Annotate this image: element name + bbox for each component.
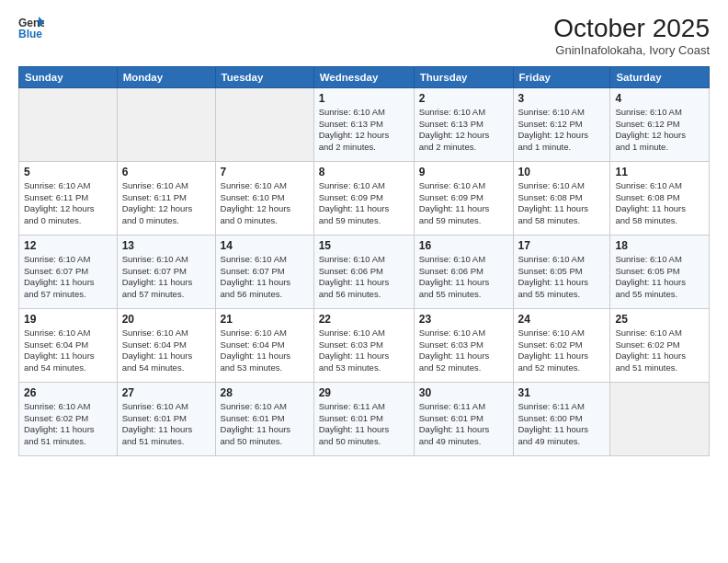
location-subtitle: GninInafolokaha, Ivory Coast <box>553 43 710 57</box>
calendar-cell: 1Sunrise: 6:10 AMSunset: 6:13 PMDaylight… <box>313 87 414 161</box>
day-number: 5 <box>24 166 112 178</box>
day-number: 27 <box>122 386 210 399</box>
day-number: 19 <box>24 313 112 326</box>
day-detail: Sunrise: 6:10 AMSunset: 6:03 PMDaylight:… <box>419 327 508 374</box>
calendar-cell: 28Sunrise: 6:10 AMSunset: 6:01 PMDayligh… <box>215 382 313 455</box>
day-detail: Sunrise: 6:10 AMSunset: 6:01 PMDaylight:… <box>122 401 210 448</box>
day-detail: Sunrise: 6:10 AMSunset: 6:02 PMDaylight:… <box>615 327 704 374</box>
calendar-cell: 3Sunrise: 6:10 AMSunset: 6:12 PMDaylight… <box>513 87 610 161</box>
day-number: 17 <box>518 239 606 252</box>
day-detail: Sunrise: 6:10 AMSunset: 6:12 PMDaylight:… <box>615 107 704 154</box>
calendar-cell: 20Sunrise: 6:10 AMSunset: 6:04 PMDayligh… <box>117 308 215 382</box>
day-number: 14 <box>221 239 309 252</box>
title-block: October 2025 GninInafolokaha, Ivory Coas… <box>553 15 710 57</box>
calendar-cell: 22Sunrise: 6:10 AMSunset: 6:03 PMDayligh… <box>313 308 414 382</box>
day-number: 20 <box>122 313 210 326</box>
day-detail: Sunrise: 6:10 AMSunset: 6:04 PMDaylight:… <box>221 327 309 374</box>
day-number: 12 <box>24 239 112 252</box>
day-number: 8 <box>319 166 409 178</box>
calendar-cell: 25Sunrise: 6:10 AMSunset: 6:02 PMDayligh… <box>610 308 710 382</box>
day-number: 1 <box>319 92 409 105</box>
calendar-cell: 4Sunrise: 6:10 AMSunset: 6:12 PMDaylight… <box>610 87 710 161</box>
calendar-week-5: 26Sunrise: 6:10 AMSunset: 6:02 PMDayligh… <box>19 382 710 455</box>
day-detail: Sunrise: 6:11 AMSunset: 6:00 PMDaylight:… <box>518 401 606 448</box>
calendar-week-3: 12Sunrise: 6:10 AMSunset: 6:07 PMDayligh… <box>19 235 710 308</box>
day-detail: Sunrise: 6:10 AMSunset: 6:01 PMDaylight:… <box>221 401 309 448</box>
calendar-cell: 23Sunrise: 6:10 AMSunset: 6:03 PMDayligh… <box>414 308 513 382</box>
calendar-cell: 18Sunrise: 6:10 AMSunset: 6:05 PMDayligh… <box>610 235 710 308</box>
day-number: 26 <box>24 386 112 399</box>
day-detail: Sunrise: 6:10 AMSunset: 6:07 PMDaylight:… <box>221 254 309 301</box>
day-detail: Sunrise: 6:10 AMSunset: 6:12 PMDaylight:… <box>518 107 606 154</box>
day-detail: Sunrise: 6:10 AMSunset: 6:06 PMDaylight:… <box>419 254 508 301</box>
day-detail: Sunrise: 6:10 AMSunset: 6:13 PMDaylight:… <box>319 107 409 154</box>
calendar-cell: 15Sunrise: 6:10 AMSunset: 6:06 PMDayligh… <box>313 235 414 308</box>
day-number: 16 <box>419 239 508 252</box>
header-wednesday: Wednesday <box>313 66 414 87</box>
day-number: 9 <box>419 166 508 178</box>
calendar-cell: 29Sunrise: 6:11 AMSunset: 6:01 PMDayligh… <box>313 382 414 455</box>
calendar-cell: 19Sunrise: 6:10 AMSunset: 6:04 PMDayligh… <box>19 308 118 382</box>
calendar-cell <box>117 87 215 161</box>
day-detail: Sunrise: 6:10 AMSunset: 6:11 PMDaylight:… <box>24 180 112 227</box>
day-detail: Sunrise: 6:11 AMSunset: 6:01 PMDaylight:… <box>419 401 508 448</box>
day-number: 25 <box>615 313 704 326</box>
day-number: 31 <box>518 386 606 399</box>
calendar-cell: 26Sunrise: 6:10 AMSunset: 6:02 PMDayligh… <box>19 382 118 455</box>
day-number: 11 <box>615 166 704 178</box>
header-monday: Monday <box>117 66 215 87</box>
day-detail: Sunrise: 6:10 AMSunset: 6:06 PMDaylight:… <box>319 254 409 301</box>
header-thursday: Thursday <box>414 66 513 87</box>
header-tuesday: Tuesday <box>215 66 313 87</box>
svg-text:Blue: Blue <box>18 28 42 40</box>
calendar-cell: 30Sunrise: 6:11 AMSunset: 6:01 PMDayligh… <box>414 382 513 455</box>
calendar-table: Sunday Monday Tuesday Wednesday Thursday… <box>18 66 710 456</box>
calendar-cell: 31Sunrise: 6:11 AMSunset: 6:00 PMDayligh… <box>513 382 610 455</box>
calendar-cell: 13Sunrise: 6:10 AMSunset: 6:07 PMDayligh… <box>117 235 215 308</box>
day-number: 4 <box>615 92 704 105</box>
page: General Blue October 2025 GninInafolokah… <box>0 0 728 563</box>
header-friday: Friday <box>513 66 610 87</box>
calendar-cell: 16Sunrise: 6:10 AMSunset: 6:06 PMDayligh… <box>414 235 513 308</box>
day-number: 24 <box>518 313 606 326</box>
day-detail: Sunrise: 6:10 AMSunset: 6:13 PMDaylight:… <box>419 107 508 154</box>
calendar-cell: 27Sunrise: 6:10 AMSunset: 6:01 PMDayligh… <box>117 382 215 455</box>
calendar-week-2: 5Sunrise: 6:10 AMSunset: 6:11 PMDaylight… <box>19 161 710 235</box>
day-number: 2 <box>419 92 508 105</box>
day-number: 10 <box>518 166 606 178</box>
calendar-cell: 9Sunrise: 6:10 AMSunset: 6:09 PMDaylight… <box>414 161 513 235</box>
day-number: 28 <box>221 386 309 399</box>
day-detail: Sunrise: 6:10 AMSunset: 6:07 PMDaylight:… <box>24 254 112 301</box>
day-detail: Sunrise: 6:10 AMSunset: 6:04 PMDaylight:… <box>24 327 112 374</box>
calendar-cell: 2Sunrise: 6:10 AMSunset: 6:13 PMDaylight… <box>414 87 513 161</box>
header-sunday: Sunday <box>19 66 118 87</box>
day-detail: Sunrise: 6:10 AMSunset: 6:03 PMDaylight:… <box>319 327 409 374</box>
calendar-cell <box>19 87 118 161</box>
day-detail: Sunrise: 6:11 AMSunset: 6:01 PMDaylight:… <box>319 401 409 448</box>
calendar-cell: 10Sunrise: 6:10 AMSunset: 6:08 PMDayligh… <box>513 161 610 235</box>
day-detail: Sunrise: 6:10 AMSunset: 6:05 PMDaylight:… <box>518 254 606 301</box>
day-number: 22 <box>319 313 409 326</box>
day-number: 18 <box>615 239 704 252</box>
day-number: 15 <box>319 239 409 252</box>
day-detail: Sunrise: 6:10 AMSunset: 6:10 PMDaylight:… <box>221 180 309 227</box>
day-detail: Sunrise: 6:10 AMSunset: 6:02 PMDaylight:… <box>518 327 606 374</box>
day-detail: Sunrise: 6:10 AMSunset: 6:04 PMDaylight:… <box>122 327 210 374</box>
header: General Blue October 2025 GninInafolokah… <box>18 15 710 57</box>
calendar-cell: 17Sunrise: 6:10 AMSunset: 6:05 PMDayligh… <box>513 235 610 308</box>
calendar-cell: 6Sunrise: 6:10 AMSunset: 6:11 PMDaylight… <box>117 161 215 235</box>
day-detail: Sunrise: 6:10 AMSunset: 6:08 PMDaylight:… <box>518 180 606 227</box>
calendar-cell: 8Sunrise: 6:10 AMSunset: 6:09 PMDaylight… <box>313 161 414 235</box>
calendar-header: Sunday Monday Tuesday Wednesday Thursday… <box>19 66 710 87</box>
day-detail: Sunrise: 6:10 AMSunset: 6:07 PMDaylight:… <box>122 254 210 301</box>
day-number: 3 <box>518 92 606 105</box>
day-number: 21 <box>221 313 309 326</box>
calendar-body: 1Sunrise: 6:10 AMSunset: 6:13 PMDaylight… <box>19 87 710 455</box>
day-detail: Sunrise: 6:10 AMSunset: 6:02 PMDaylight:… <box>24 401 112 448</box>
day-number: 7 <box>221 166 309 178</box>
calendar-week-4: 19Sunrise: 6:10 AMSunset: 6:04 PMDayligh… <box>19 308 710 382</box>
month-title: October 2025 <box>553 15 710 43</box>
day-detail: Sunrise: 6:10 AMSunset: 6:11 PMDaylight:… <box>122 180 210 227</box>
header-row: Sunday Monday Tuesday Wednesday Thursday… <box>19 66 710 87</box>
day-detail: Sunrise: 6:10 AMSunset: 6:05 PMDaylight:… <box>615 254 704 301</box>
